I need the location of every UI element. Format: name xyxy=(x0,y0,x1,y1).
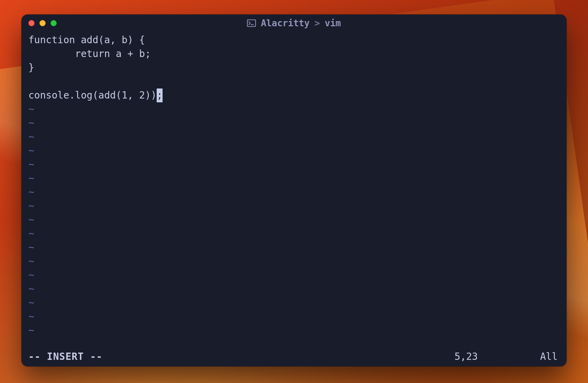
code-line: console.log(add(1, 2)); xyxy=(28,88,560,102)
vim-position: 5,23 xyxy=(454,350,478,364)
minimize-button[interactable] xyxy=(39,20,46,26)
empty-line-tilde: ~ xyxy=(28,324,560,337)
empty-line-tilde: ~ xyxy=(28,171,560,185)
titlebar[interactable]: Alacritty > vim xyxy=(21,15,567,32)
empty-line-tilde: ~ xyxy=(28,296,560,310)
svg-rect-0 xyxy=(247,20,256,27)
text-cursor: ; xyxy=(157,88,163,102)
terminal-content[interactable]: function add(a, b) { return a + b;} cons… xyxy=(21,32,567,350)
empty-line-tilde: ~ xyxy=(28,199,560,213)
title-process-name: vim xyxy=(325,18,341,28)
terminal-icon xyxy=(247,19,256,27)
window-title: Alacritty > vim xyxy=(247,18,341,28)
desktop-wallpaper: Alacritty > vim function add(a, b) { ret… xyxy=(0,0,588,383)
empty-line-tilde: ~ xyxy=(28,213,560,227)
empty-line-tilde: ~ xyxy=(28,185,560,199)
vim-scroll: All xyxy=(540,350,558,364)
title-app-name: Alacritty xyxy=(261,18,310,28)
terminal-window: Alacritty > vim function add(a, b) { ret… xyxy=(21,15,567,366)
vim-statusbar: -- INSERT -- 5,23 All xyxy=(21,350,567,366)
empty-line-tilde: ~ xyxy=(28,282,560,296)
empty-line-tilde: ~ xyxy=(28,144,560,158)
zoom-button[interactable] xyxy=(50,20,57,26)
empty-line-tilde: ~ xyxy=(28,241,560,254)
empty-line-tilde: ~ xyxy=(28,254,560,268)
empty-line-tilde: ~ xyxy=(28,158,560,171)
code-line: return a + b; xyxy=(28,47,560,61)
title-separator: > xyxy=(314,18,320,28)
vim-mode: -- INSERT -- xyxy=(28,350,102,364)
empty-line-tilde: ~ xyxy=(28,116,560,130)
code-line xyxy=(28,75,560,88)
empty-line-tilde: ~ xyxy=(28,102,560,116)
code-line: } xyxy=(28,61,560,75)
empty-line-tilde: ~ xyxy=(28,227,560,241)
empty-line-tilde: ~ xyxy=(28,130,560,144)
traffic-lights xyxy=(28,20,57,26)
close-button[interactable] xyxy=(28,20,35,26)
empty-line-tilde: ~ xyxy=(28,268,560,282)
empty-line-tilde: ~ xyxy=(28,310,560,324)
code-line: function add(a, b) { xyxy=(28,33,560,47)
